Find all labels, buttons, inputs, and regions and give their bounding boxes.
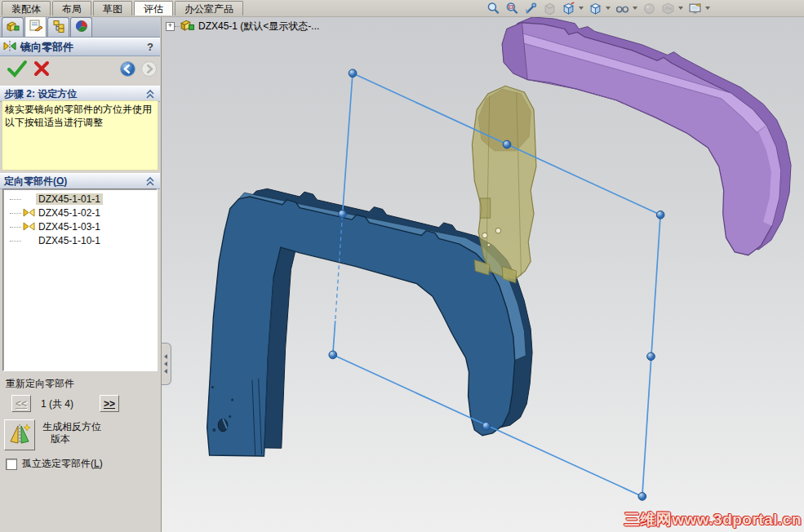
panel-header: 镜向零部件 ? — [0, 38, 160, 56]
tab-appearances[interactable] — [70, 17, 92, 37]
command-manager-strip: 装配体 布局 草图 评估 办公室产品 — [0, 0, 804, 17]
orient-section-header[interactable]: 定向零部件(O) — [0, 173, 160, 189]
tab-propertymanager[interactable] — [24, 16, 47, 37]
ok-button[interactable] — [7, 59, 28, 81]
solidworks-window: 装配体 布局 草图 评估 办公室产品 — [0, 0, 804, 532]
manager-tabs — [0, 17, 160, 38]
list-item[interactable]: DZX45-1-10-1 — [3, 233, 157, 247]
appearances-sphere-icon — [75, 20, 88, 35]
apply-scene-icon[interactable] — [660, 1, 675, 16]
assembly-icon — [6, 20, 20, 35]
step-section-header[interactable]: 步骤 2: 设定方位 — [0, 86, 160, 102]
step-message: 核实要镜向的零部件的方位并使用 以下按钮适当进行调整 — [2, 100, 158, 171]
tab-sketch[interactable]: 草图 — [93, 1, 132, 16]
forward-button[interactable] — [140, 60, 158, 80]
expand-plus-icon[interactable]: + — [166, 22, 175, 31]
assembly-tree-item[interactable]: DZX45-1 (默认<显示状态-... — [198, 20, 319, 33]
panel-actions — [0, 55, 160, 83]
component-name[interactable]: DZX45-1-01-1 — [36, 193, 103, 205]
help-button[interactable]: ? — [147, 41, 153, 53]
hide-show-items-caret[interactable] — [633, 7, 637, 10]
hide-show-items-icon[interactable] — [615, 1, 629, 16]
assembly-scene — [161, 16, 804, 532]
step-section-title: 步骤 2: 设定方位 — [4, 87, 77, 101]
opposite-hand-warning-icon — [21, 207, 36, 219]
tab-configurationmanager[interactable] — [47, 17, 69, 37]
opposite-hand-warning-icon — [21, 221, 36, 233]
list-item[interactable]: DZX45-1-03-1 — [3, 219, 157, 233]
reorient-nav: << 1 (共 4) >> — [0, 395, 160, 415]
mirror-components-icon — [2, 40, 17, 55]
back-button[interactable] — [119, 60, 136, 80]
previous-view-icon[interactable] — [523, 1, 538, 16]
opposite-hand-version-icon — [7, 422, 32, 449]
isolate-checkbox[interactable] — [6, 459, 17, 470]
next-component-button[interactable]: >> — [100, 395, 119, 412]
tab-assembly[interactable]: 装配体 — [2, 1, 51, 16]
orient-components-list[interactable]: DZX45-1-01-1 DZX45-1-02-1 DZX45-1-03-1 D… — [2, 188, 158, 371]
reorient-label: 重新定向零部件 — [6, 377, 74, 391]
step-message-line1: 核实要镜向的零部件的方位并使用 — [5, 103, 155, 116]
list-item[interactable]: DZX45-1-01-1 — [3, 192, 157, 206]
component-name[interactable]: DZX45-1-03-1 — [36, 221, 103, 233]
zoom-to-fit-icon[interactable] — [486, 1, 500, 16]
display-style-caret[interactable] — [606, 7, 611, 10]
component-counter: 1 (共 4) — [41, 397, 73, 411]
view-settings-icon[interactable] — [687, 1, 702, 16]
create-opposite-hand-button[interactable] — [4, 419, 35, 450]
panel-collapse-handle[interactable] — [161, 343, 171, 385]
display-style-icon[interactable] — [588, 1, 602, 16]
view-orientation-caret[interactable] — [579, 7, 584, 10]
isolate-label: 孤立选定零部件(L) — [22, 457, 103, 471]
component-name[interactable]: DZX45-1-10-1 — [36, 235, 103, 246]
property-sheet-icon — [29, 19, 43, 34]
view-settings-caret[interactable] — [705, 7, 710, 10]
collapse-chevron-icon[interactable] — [145, 175, 155, 187]
list-item[interactable]: DZX45-1-02-1 — [3, 206, 157, 219]
panel-title: 镜向零部件 — [20, 40, 73, 55]
tab-evaluate[interactable]: 评估 — [134, 1, 173, 16]
tab-layout[interactable]: 布局 — [52, 1, 91, 16]
apply-scene-caret[interactable] — [678, 7, 683, 10]
property-manager-panel: 镜向零部件 ? 步骤 2: 设定方位 核实要镜向的零部件的方位并使用 以下按钮适… — [0, 16, 162, 532]
zoom-to-area-icon[interactable] — [504, 1, 519, 16]
tab-featuremanager[interactable] — [2, 17, 24, 37]
watermark: 三维网www.3dportal.cn — [624, 509, 802, 530]
section-view-icon[interactable] — [542, 1, 557, 16]
headsup-view-toolbar — [486, 1, 710, 16]
isolate-row: 孤立选定零部件(L) — [6, 457, 103, 471]
create-opposite-hand-label: 生成相反方位 版本 — [42, 421, 101, 446]
edit-appearance-icon[interactable] — [642, 1, 656, 16]
graphics-viewport[interactable]: + DZX45-1 (默认<显示状态-... 三维网www.3dportal.c… — [161, 16, 804, 532]
collapse-chevron-icon[interactable] — [145, 88, 155, 100]
view-orientation-icon[interactable] — [561, 1, 575, 16]
command-tabs: 装配体 布局 草图 评估 办公室产品 — [2, 1, 243, 16]
assembly-icon — [180, 18, 195, 34]
step-message-line2: 以下按钮适当进行调整 — [5, 116, 155, 129]
purple-component[interactable] — [502, 17, 791, 255]
cancel-button[interactable] — [33, 59, 51, 81]
configurations-icon — [51, 20, 66, 35]
flyout-feature-tree[interactable]: + DZX45-1 (默认<显示状态-... — [166, 18, 319, 34]
tab-office-products[interactable]: 办公室产品 — [175, 1, 243, 16]
orient-section-title: 定向零部件(O) — [4, 175, 67, 188]
previous-component-button[interactable]: << — [11, 395, 31, 412]
component-name[interactable]: DZX45-1-02-1 — [36, 207, 103, 219]
